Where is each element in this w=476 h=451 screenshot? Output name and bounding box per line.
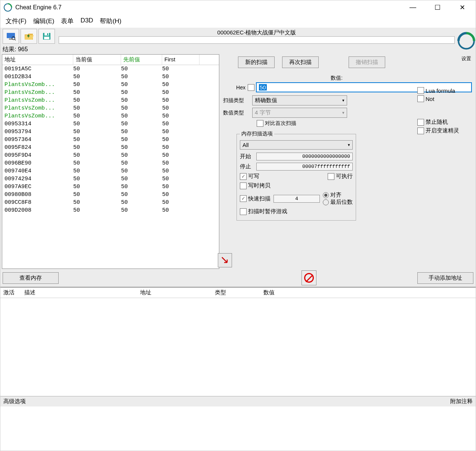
result-row[interactable]: 009CC8F8505050	[2, 199, 219, 206]
result-row[interactable]: 00980B08505050	[2, 191, 219, 199]
app-icon	[3, 3, 12, 12]
fast-scan-checkbox[interactable]	[240, 195, 247, 202]
result-row[interactable]: PlantsVsZomb...505050	[2, 96, 219, 104]
advanced-options[interactable]: 高级选项	[3, 398, 26, 405]
fast-scan-value[interactable]	[273, 195, 320, 203]
chevron-down-icon: ▾	[348, 142, 350, 147]
add-manual-button[interactable]: 手动添加地址	[417, 272, 473, 284]
chevron-down-icon: ▾	[342, 98, 344, 103]
result-row[interactable]: 00953314505050	[2, 120, 219, 128]
result-row[interactable]: 009D2008505050	[2, 206, 219, 214]
menu-file[interactable]: 文件(F)	[6, 17, 27, 25]
menu-table[interactable]: 表单	[61, 17, 74, 25]
result-row[interactable]: PlantsVsZomb...505050	[2, 89, 219, 96]
remove-button[interactable]	[302, 270, 316, 285]
memory-region-select[interactable]: All▾	[240, 140, 353, 150]
svg-rect-1	[7, 33, 15, 38]
svg-rect-7	[47, 33, 48, 35]
undo-scan-button: 撤销扫描	[349, 56, 385, 68]
menu-d3d[interactable]: D3D	[80, 17, 93, 25]
aligned-radio[interactable]	[323, 192, 329, 198]
close-button[interactable]: ✕	[455, 3, 470, 12]
scan-type-select[interactable]: 精确数值▾	[252, 95, 347, 105]
header-current[interactable]: 当前值	[73, 55, 121, 65]
settings-logo[interactable]: 设置	[457, 28, 476, 54]
result-row[interactable]: 00957364505050	[2, 136, 219, 144]
chevron-down-icon: ▾	[342, 110, 344, 115]
executable-checkbox[interactable]	[328, 173, 334, 180]
menubar: 文件(F) 编辑(E) 表单 D3D 帮助(H)	[0, 15, 476, 28]
start-address-input[interactable]	[256, 153, 353, 160]
cheat-table-body[interactable]	[0, 298, 476, 396]
pause-checkbox[interactable]	[240, 208, 247, 215]
ct-header-description[interactable]: 描述	[21, 288, 137, 298]
result-row[interactable]: 0096BE90505050	[2, 159, 219, 167]
result-row[interactable]: PlantsVsZomb...505050	[2, 104, 219, 112]
value-label: 数值:	[331, 75, 472, 82]
result-row[interactable]: 0097A9EC505050	[2, 183, 219, 191]
toolbar: 000062EC-植物大战僵尸中文版	[0, 28, 457, 45]
cow-checkbox[interactable]	[240, 182, 247, 189]
stop-address-input[interactable]	[256, 163, 353, 171]
statusbar: 高级选项 附加注释	[0, 396, 476, 406]
menu-help[interactable]: 帮助(H)	[100, 17, 121, 25]
scan-panel: 新的扫描 再次扫描 撤销扫描 数值: Hex 50 扫描类型 精确数值▾ 数值类…	[219, 54, 476, 269]
result-row[interactable]: 00974294505050	[2, 175, 219, 183]
hex-checkbox[interactable]	[248, 84, 254, 91]
result-row[interactable]: 00191A5C505050	[2, 65, 219, 73]
hex-label: Hex	[223, 85, 245, 90]
results-header: 地址 当前值 先前值 First	[2, 55, 219, 65]
result-row[interactable]: 001D2B34505050	[2, 73, 219, 81]
open-file-button[interactable]	[21, 29, 37, 44]
view-memory-button[interactable]: 查看内存	[3, 272, 59, 284]
result-row[interactable]: 0095F9D4505050	[2, 151, 219, 159]
result-row[interactable]: 0095F824505050	[2, 144, 219, 151]
no-random-checkbox[interactable]	[417, 119, 424, 126]
result-row[interactable]: PlantsVsZomb...505050	[2, 112, 219, 120]
save-button[interactable]	[38, 29, 55, 44]
last-digits-radio[interactable]	[323, 199, 329, 205]
result-row[interactable]: 009740E4505050	[2, 167, 219, 175]
menu-edit[interactable]: 编辑(E)	[33, 17, 55, 25]
svg-rect-8	[44, 37, 49, 39]
value-type-label: 数值类型	[223, 110, 252, 116]
header-previous[interactable]: 先前值	[121, 55, 162, 65]
scan-type-label: 扫描类型	[223, 97, 252, 104]
annotate[interactable]: 附加注释	[450, 398, 473, 405]
add-to-list-button[interactable]	[218, 253, 232, 267]
memory-scan-options: 内存扫描选项 All▾ 开始 停止 可写可执行 写时拷贝 快速扫描 对齐 最后位…	[237, 131, 356, 221]
result-row[interactable]: 00953794505050	[2, 128, 219, 136]
speedhack-checkbox[interactable]	[417, 128, 424, 134]
writable-checkbox[interactable]	[240, 173, 247, 180]
cheat-table-header: 激活 描述 地址 类型 数值	[0, 287, 476, 298]
minimize-button[interactable]: —	[405, 3, 420, 12]
ct-header-type[interactable]: 类型	[212, 288, 260, 298]
ct-header-address[interactable]: 地址	[137, 288, 212, 298]
no-entry-icon	[304, 273, 314, 283]
value-type-select: 4 字节▾	[252, 108, 347, 118]
header-first[interactable]: First	[162, 55, 200, 65]
new-scan-button[interactable]: 新的扫描	[238, 56, 275, 68]
progress-bar	[59, 36, 455, 44]
result-row[interactable]: PlantsVsZomb...505050	[2, 81, 219, 89]
open-process-button[interactable]	[3, 29, 19, 44]
results-count: 结果: 965	[0, 45, 457, 54]
process-label: 000062EC-植物大战僵尸中文版	[59, 29, 455, 36]
header-address[interactable]: 地址	[2, 55, 73, 65]
lua-checkbox[interactable]	[417, 87, 424, 94]
compare-first-checkbox[interactable]	[257, 120, 263, 127]
results-table[interactable]: 地址 当前值 先前值 First 00191A5C505050001D2B345…	[2, 54, 219, 269]
not-checkbox[interactable]	[417, 95, 424, 102]
maximize-button[interactable]: ☐	[430, 3, 445, 12]
ct-header-value[interactable]: 数值	[260, 288, 476, 298]
window-title: Cheat Engine 6.7	[15, 4, 405, 11]
titlebar: Cheat Engine 6.7 — ☐ ✕	[0, 0, 476, 15]
ct-header-activate[interactable]: 激活	[0, 288, 21, 298]
next-scan-button[interactable]: 再次扫描	[282, 56, 319, 68]
svg-rect-6	[44, 33, 49, 36]
svg-line-4	[15, 39, 16, 40]
